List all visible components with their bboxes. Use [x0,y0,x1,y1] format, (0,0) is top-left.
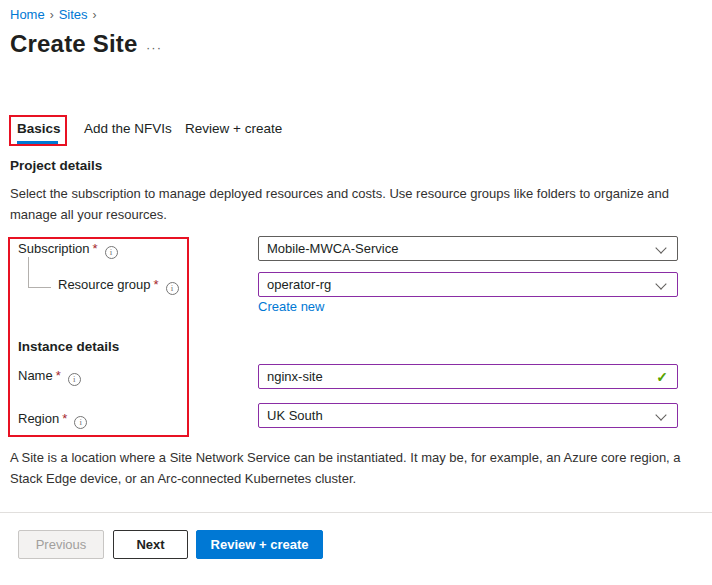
info-icon[interactable]: i [68,373,81,386]
page-title: Create Site [10,30,138,58]
region-label: Region*i [18,411,87,429]
chevron-down-icon [655,409,666,420]
subscription-label-text: Subscription [18,241,90,256]
chevron-down-icon [655,278,666,289]
subscription-dropdown[interactable]: Mobile-MWCA-Service [258,236,678,261]
region-dropdown[interactable]: UK South [258,403,678,428]
name-label-text: Name [18,368,53,383]
tab-review-create[interactable]: Review + create [185,121,282,136]
previous-button[interactable]: Previous [18,530,104,559]
breadcrumb-link-home[interactable]: Home [10,7,45,22]
info-icon[interactable]: i [105,246,118,259]
breadcrumb-separator: › [50,8,54,22]
hierarchy-connector-line [28,257,51,288]
review-create-button[interactable]: Review + create [196,530,323,559]
valid-checkmark-icon: ✓ [656,369,668,385]
required-asterisk: * [56,368,61,383]
footer-divider [0,512,712,513]
create-new-link[interactable]: Create new [258,299,324,314]
resource-group-dropdown-value: operator-rg [267,277,331,292]
breadcrumb: Home›Sites› [10,7,102,22]
active-tab-underline [17,141,58,144]
required-asterisk: * [93,241,98,256]
resource-group-label-text: Resource group [58,277,151,292]
name-label: Name*i [18,368,81,386]
info-icon[interactable]: i [74,416,87,429]
info-icon[interactable]: i [166,282,179,295]
required-asterisk: * [154,277,159,292]
breadcrumb-link-sites[interactable]: Sites [59,7,88,22]
tab-add-the-nfvis[interactable]: Add the NFVIs [84,121,172,136]
tab-basics[interactable]: Basics [17,121,61,136]
name-field-container: ✓ [258,364,678,389]
site-info-text: A Site is a location where a Site Networ… [10,447,708,489]
region-dropdown-value: UK South [267,408,323,423]
project-details-heading: Project details [10,158,102,173]
next-button[interactable]: Next [113,530,188,559]
name-input[interactable] [267,369,649,384]
chevron-down-icon [655,242,666,253]
create-site-page: Home›Sites› Create Site ··· Basics Add t… [0,0,712,585]
required-asterisk: * [62,411,67,426]
region-label-text: Region [18,411,59,426]
more-options-icon[interactable]: ··· [146,40,162,55]
resource-group-dropdown[interactable]: operator-rg [258,272,678,297]
instance-details-heading: Instance details [18,339,119,354]
project-details-description: Select the subscription to manage deploy… [10,183,692,225]
resource-group-label: Resource group*i [58,277,179,295]
breadcrumb-separator: › [93,8,97,22]
subscription-dropdown-value: Mobile-MWCA-Service [267,241,398,256]
